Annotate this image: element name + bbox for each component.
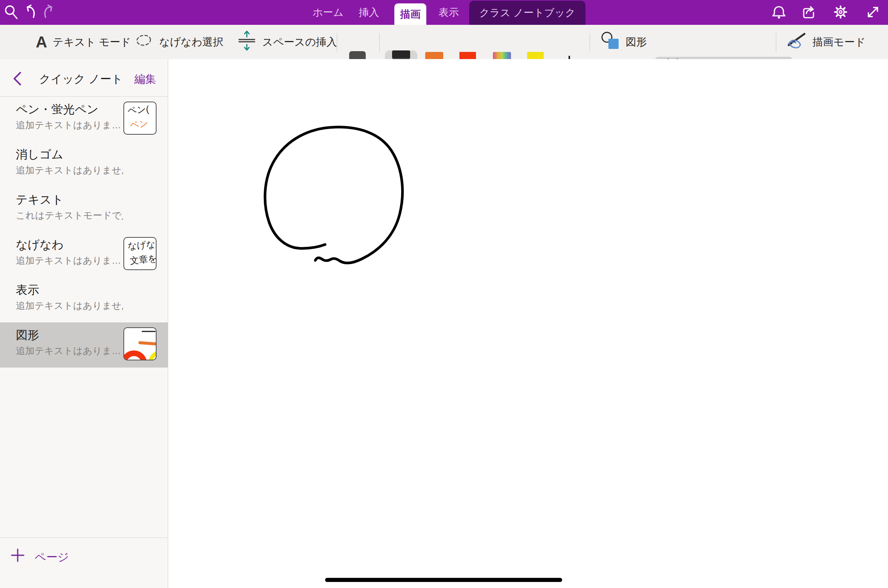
page-list-item[interactable]: 消しゴム追加テキストはありません	[0, 142, 168, 187]
page-thumbnail: なげな文章を	[123, 237, 157, 270]
lasso-select-button[interactable]: なげなわ選択	[134, 25, 224, 59]
page-list-item[interactable]: テキストこれはテキストモードで入力し…	[0, 187, 168, 232]
draw-mode-label: 描画モード	[812, 35, 865, 49]
tab-insert[interactable]: 挿入	[349, 0, 389, 25]
page-subtitle: 追加テキストはありま…	[16, 254, 121, 267]
lasso-icon	[134, 32, 154, 52]
page-list: ペン・蛍光ペン追加テキストはありま…ペン(ペン消しゴム追加テキストはありませんテ…	[0, 97, 168, 368]
settings-gear-icon[interactable]	[832, 4, 849, 20]
notebook-section-title: クイック ノート	[39, 71, 123, 87]
page-subtitle: これはテキストモードで入力し…	[16, 209, 123, 222]
onenote-app-window: ホーム挿入描画表示クラス ノートブック A テキス	[0, 0, 888, 588]
page-subtitle: 追加テキストはありません	[16, 299, 123, 312]
home-indicator[interactable]	[325, 578, 562, 582]
page-title-handwritten: テキスト	[16, 192, 64, 208]
thumbnail-ink-text: ペン(	[127, 104, 149, 115]
text-mode-icon: A	[36, 34, 47, 50]
toolbar-divider	[590, 33, 590, 52]
insert-space-label: スペースの挿入	[262, 35, 337, 49]
page-title-handwritten: 表示	[16, 282, 39, 298]
page-list-sidebar: クイック ノート 編集 ペン・蛍光ペン追加テキストはありま…ペン(ペン消しゴム追…	[0, 59, 168, 588]
tab-class-notebook[interactable]: クラス ノートブック	[469, 1, 585, 25]
search-icon[interactable]	[3, 4, 20, 20]
ink-drawing-circle	[169, 59, 888, 588]
shapes-button[interactable]: 図形	[601, 25, 647, 59]
page-title-handwritten: 消しゴム	[16, 147, 63, 163]
page-list-item[interactable]: ペン・蛍光ペン追加テキストはありま…ペン(ペン	[0, 97, 168, 142]
lasso-label: なげなわ選択	[159, 35, 224, 49]
undo-icon[interactable]	[21, 4, 38, 20]
toolbar-divider	[337, 33, 337, 52]
page-subtitle: 追加テキストはありま…	[16, 119, 121, 131]
redo-icon-disabled	[41, 4, 58, 20]
tab-view[interactable]: 表示	[431, 0, 467, 25]
edit-button[interactable]: 編集	[134, 72, 156, 87]
page-title-handwritten: なげなわ	[16, 237, 64, 253]
note-canvas[interactable]	[169, 59, 888, 588]
page-list-item[interactable]: なげなわ追加テキストはありま…なげな文章を	[0, 232, 168, 277]
back-chevron-button[interactable]	[11, 70, 23, 87]
shapes-label: 図形	[626, 35, 647, 49]
page-title-handwritten: 図形	[16, 327, 39, 343]
top-navigation-bar: ホーム挿入描画表示クラス ノートブック	[0, 0, 888, 25]
page-subtitle: 追加テキストはありません	[16, 164, 123, 176]
draw-ribbon-toolbar: A テキスト モード なげなわ選択 スペースの挿入	[0, 25, 888, 59]
draw-mode-hand-pen-icon	[786, 30, 807, 54]
sidebar-footer: ページ	[0, 538, 168, 588]
tab-draw-selected[interactable]: 描画	[394, 3, 426, 25]
toolbar-divider	[379, 33, 380, 52]
draw-mode-button[interactable]: 描画モード	[786, 25, 865, 59]
page-title-handwritten: ペン・蛍光ペン	[16, 102, 99, 117]
text-mode-label: テキスト モード	[53, 35, 131, 49]
text-mode-button[interactable]: A テキスト モード	[36, 25, 131, 59]
page-list-item[interactable]: 表示追加テキストはありません	[0, 277, 168, 322]
insert-space-button[interactable]: スペースの挿入	[237, 25, 337, 59]
insert-space-icon	[237, 30, 257, 54]
shapes-icon	[601, 31, 620, 53]
thumbnail-ink-text: 文章を	[129, 253, 157, 266]
add-page-button[interactable]	[11, 548, 25, 562]
thumbnail-ink-text: なげな	[127, 239, 155, 251]
sidebar-header: クイック ノート 編集	[0, 59, 168, 97]
page-thumbnail: ペン(ペン	[123, 102, 157, 135]
tab-home[interactable]: ホーム	[306, 0, 351, 25]
fullscreen-expand-icon[interactable]	[865, 4, 881, 20]
thumbnail-ink-text: ペン	[129, 119, 149, 130]
page-subtitle: 追加テキストはありま…	[16, 345, 121, 357]
add-page-label[interactable]: ページ	[35, 550, 69, 565]
page-thumbnail	[123, 327, 157, 360]
toolbar-divider	[776, 33, 776, 52]
notifications-bell-icon[interactable]	[771, 4, 787, 20]
page-list-item-selected[interactable]: 図形追加テキストはありま…	[0, 322, 168, 368]
share-icon[interactable]	[800, 4, 817, 20]
